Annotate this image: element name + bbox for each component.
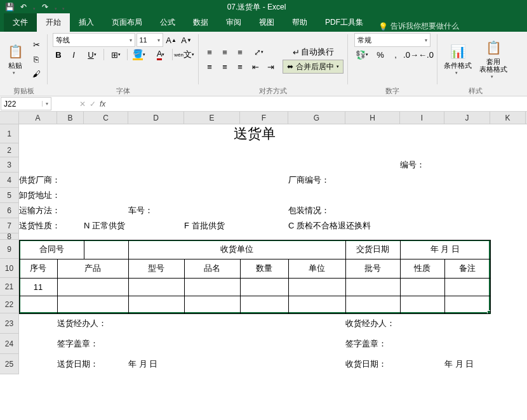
group-alignment: ≡ ≡ ≡ ⤢▾ ≡ ≡ ≡ ⇤ ⇥ ↵ 自动换行 ⬌ 合并后居中 ▾ 对齐方式 <box>199 32 347 96</box>
format-painter-icon[interactable]: 🖌 <box>29 67 43 81</box>
fx-icon[interactable]: fx <box>100 100 105 108</box>
row-header-2[interactable]: 2 <box>0 143 19 157</box>
indent-decrease-icon[interactable]: ⇤ <box>248 60 262 74</box>
row-header-24[interactable]: 24 <box>0 334 19 354</box>
qat-customize[interactable]: ▾ <box>61 1 66 13</box>
col-header-I[interactable]: I <box>400 112 444 124</box>
col-header-K[interactable]: K <box>490 112 526 124</box>
col-header-A[interactable]: A <box>19 112 57 124</box>
undo-icon[interactable]: ↶ <box>18 1 29 13</box>
number-format-combo[interactable]: 常规▾ <box>354 33 430 47</box>
group-font: 等线▾ 11▾ A▲ A▼ B I U ▾ ⊞ ▾ 🪣▾ A▾ wén文▾ 字体 <box>48 32 198 96</box>
row-header-1[interactable]: 1 <box>0 124 19 143</box>
font-size-combo[interactable]: 11▾ <box>137 33 163 47</box>
redo-drop[interactable]: ▾ <box>53 1 58 13</box>
cell-text: 备注 <box>444 259 490 278</box>
row-header-23[interactable]: 23 <box>0 313 19 334</box>
col-header-H[interactable]: H <box>345 112 400 124</box>
tell-me-text: 告诉我你想要做什么 <box>390 21 459 32</box>
col-header-J[interactable]: J <box>444 112 490 124</box>
align-left-icon[interactable]: ≡ <box>203 60 217 74</box>
tab-file[interactable]: 文件 <box>4 13 37 32</box>
cancel-icon[interactable]: ✕ <box>79 100 86 108</box>
format-as-table-button[interactable]: 📋 套用 表格格式 ▾ <box>477 37 510 82</box>
worksheet[interactable]: ABCDEFGHIJK 123456789102122232425 送货单编号：… <box>0 112 527 420</box>
border-button[interactable]: ⊞ ▾ <box>105 48 126 62</box>
cut-icon[interactable]: ✂ <box>29 38 43 52</box>
fill-color-button[interactable]: 🪣▾ <box>129 48 149 62</box>
column-headers: ABCDEFGHIJK <box>0 112 527 124</box>
namebox-drop[interactable]: ▾ <box>42 101 51 107</box>
tab-home[interactable]: 开始 <box>37 13 70 32</box>
col-header-E[interactable]: E <box>184 112 240 124</box>
row-header-3[interactable]: 3 <box>0 157 19 173</box>
wrap-text-button[interactable]: ↵ 自动换行 <box>283 45 344 59</box>
tab-view[interactable]: 视图 <box>250 13 283 32</box>
col-header-B[interactable]: B <box>57 112 84 124</box>
row-header-5[interactable]: 5 <box>0 188 19 203</box>
tab-insert[interactable]: 插入 <box>70 13 103 32</box>
indent-increase-icon[interactable]: ⇥ <box>264 60 277 74</box>
row-header-6[interactable]: 6 <box>0 203 19 218</box>
row-header-4[interactable]: 4 <box>0 173 19 188</box>
quick-access-toolbar: 💾 ↶ ▾ ↷ ▾ ▾ <box>4 1 66 13</box>
cell-text: 送货性质： <box>19 218 60 233</box>
col-header-F[interactable]: F <box>240 112 288 124</box>
cell-text: 供货厂商： <box>19 173 60 188</box>
tab-formulas[interactable]: 公式 <box>151 13 184 32</box>
row-header-21[interactable]: 21 <box>0 278 19 296</box>
decrease-font-icon[interactable]: A▼ <box>180 33 194 47</box>
font-color-button[interactable]: A▾ <box>150 48 171 62</box>
save-icon[interactable]: 💾 <box>4 1 15 13</box>
row-header-8[interactable]: 8 <box>0 233 19 240</box>
row-header-7[interactable]: 7 <box>0 218 19 233</box>
row-header-25[interactable]: 25 <box>0 354 19 374</box>
accounting-button[interactable]: 💱▾ <box>352 48 372 62</box>
increase-font-icon[interactable]: A▲ <box>164 33 178 47</box>
select-all-corner[interactable] <box>0 112 19 124</box>
name-box[interactable]: J22 ▾ <box>1 97 51 110</box>
undo-drop[interactable]: ▾ <box>32 1 37 13</box>
paste-drop[interactable]: ▾ <box>13 70 18 77</box>
cell-text: 车号： <box>128 203 153 218</box>
align-center-icon[interactable]: ≡ <box>218 60 232 74</box>
bold-button[interactable]: B <box>51 48 65 62</box>
align-right-icon[interactable]: ≡ <box>233 60 247 74</box>
row-header-22[interactable]: 22 <box>0 296 19 313</box>
conditional-format-button[interactable]: 📊 条件格式 ▾ <box>441 41 474 78</box>
tab-review[interactable]: 审阅 <box>217 13 250 32</box>
enter-icon[interactable]: ✓ <box>90 100 96 108</box>
redo-icon[interactable]: ↷ <box>39 1 51 13</box>
tab-data[interactable]: 数据 <box>184 13 217 32</box>
italic-button[interactable]: I <box>67 48 81 62</box>
font-name-combo[interactable]: 等线▾ <box>53 33 135 47</box>
paste-button[interactable]: 📋 粘贴 ▾ <box>4 41 27 78</box>
merge-button[interactable]: ⬌ 合并后居中 ▾ <box>283 60 344 74</box>
copy-icon[interactable]: ⎘ <box>29 53 43 67</box>
phonetic-button[interactable]: wén文▾ <box>174 48 194 62</box>
decrease-decimal-icon[interactable]: ←.0 <box>419 48 433 62</box>
tab-help[interactable]: 帮助 <box>283 13 316 32</box>
row-header-9[interactable]: 9 <box>0 240 19 259</box>
tell-me[interactable]: 💡 告诉我你想要做什么 <box>372 21 465 32</box>
formula-bar: J22 ▾ ✕ ✓ fx <box>0 96 527 112</box>
formula-input[interactable] <box>108 96 527 111</box>
comma-button[interactable]: , <box>389 48 403 62</box>
underline-button[interactable]: U ▾ <box>82 48 102 62</box>
table-format-icon: 📋 <box>484 39 502 56</box>
align-top-icon[interactable]: ≡ <box>203 45 217 59</box>
col-header-G[interactable]: G <box>288 112 345 124</box>
cell-text: N 正常供货 <box>84 218 125 233</box>
col-header-C[interactable]: C <box>84 112 128 124</box>
align-bottom-icon[interactable]: ≡ <box>233 45 247 59</box>
col-header-D[interactable]: D <box>128 112 184 124</box>
increase-decimal-icon[interactable]: .0→ <box>404 48 418 62</box>
tab-pdf[interactable]: PDF工具集 <box>316 13 372 32</box>
tab-layout[interactable]: 页面布局 <box>103 13 151 32</box>
cell-text: 年 月 日 <box>400 240 490 259</box>
row-header-10[interactable]: 10 <box>0 259 19 278</box>
percent-button[interactable]: % <box>373 48 387 62</box>
cell-text: 收货单位 <box>128 240 345 259</box>
align-middle-icon[interactable]: ≡ <box>218 45 232 59</box>
orientation-button[interactable]: ⤢▾ <box>248 45 269 59</box>
